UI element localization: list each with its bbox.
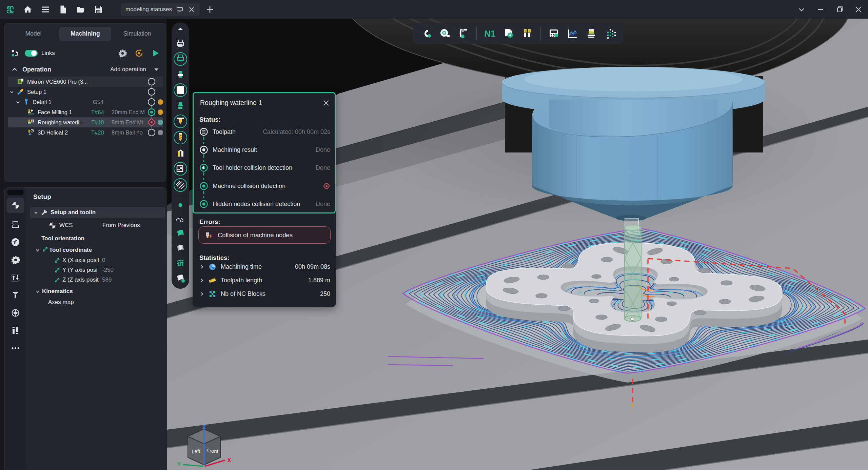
svg-text:Z: Z	[202, 424, 206, 430]
svg-text:Y: Y	[177, 461, 181, 468]
svg-text:X: X	[227, 457, 231, 464]
svg-text:Left: Left	[192, 448, 201, 454]
svg-text:Front: Front	[206, 448, 219, 454]
